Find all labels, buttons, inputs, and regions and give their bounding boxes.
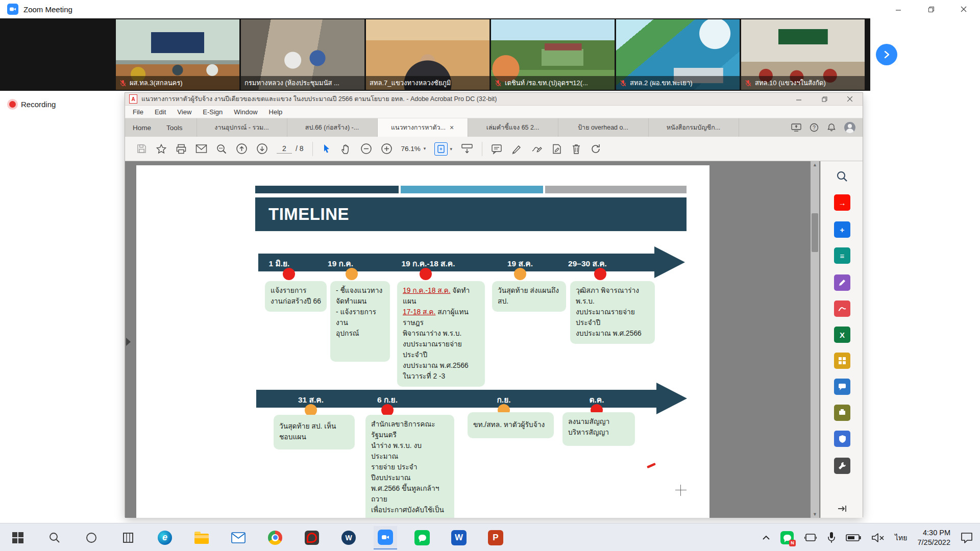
restore-icon[interactable] [915,0,947,18]
tab-home[interactable]: Home [125,118,159,137]
menu-file[interactable]: File [128,107,148,117]
zoom-out-icon[interactable] [360,143,372,155]
taskbar-search-icon[interactable] [43,526,66,549]
powerpoint-app-icon[interactable]: P [484,526,507,549]
language-indicator[interactable]: ไทย [895,532,907,543]
scroll-down-icon[interactable]: ▼ [811,512,819,517]
page-number-field[interactable]: 2 / 8 [277,144,304,154]
participant-video-tile[interactable]: สทล.7_แขวงทางหลวงชัยภูมิ [366,19,489,90]
participant-video-tile[interactable]: เตชินท์ /รอ.ขท.(ป)อุดรฯ12(... [491,19,615,90]
document-tab[interactable]: งานอุปกรณ์ - รวม...× [197,118,287,137]
expand-left-panel-icon[interactable] [126,338,131,346]
participant-video-tile[interactable]: สทล.10 (แขวงฯในสังกัด) [741,19,865,90]
task-view-icon[interactable] [116,526,140,549]
scroll-up-icon[interactable]: ▲ [811,162,819,167]
save-icon[interactable] [136,143,147,154]
menu-view[interactable]: View [173,107,196,117]
menu-help[interactable]: Help [264,107,287,117]
restore-icon[interactable] [812,93,837,105]
zoom-taskbar-icon[interactable] [374,526,397,549]
menu-e-sign[interactable]: E-Sign [198,107,227,117]
menu-window[interactable]: Window [229,107,262,117]
mail-app-icon[interactable] [227,526,250,549]
fit-one-page-icon[interactable] [434,142,448,156]
highlight-pen-icon[interactable] [511,143,522,155]
edit-pdf-icon[interactable] [834,274,850,291]
microphone-icon[interactable] [827,532,836,544]
menu-edit[interactable]: Edit [150,107,170,117]
export-pdf-icon[interactable]: → [834,194,850,211]
combine-files-icon[interactable]: ≡ [834,247,850,264]
word-app-icon[interactable]: W [447,526,471,549]
tray-expand-chevron-icon[interactable] [762,535,770,540]
pdf-page[interactable]: TIMELINE 1 มิ.ย.แจ้งรายการงานก่อสร้างปี … [136,165,709,518]
notifications-bell-icon[interactable] [827,123,836,132]
line-app-icon[interactable] [410,526,434,549]
battery-icon[interactable] [846,534,861,542]
vertical-scrollbar[interactable]: ▲ ▼ [811,161,819,518]
organize-pages-icon[interactable] [834,353,850,369]
help-icon[interactable]: ? [810,123,819,132]
volume-muted-icon[interactable] [871,533,885,543]
email-icon[interactable] [195,144,207,154]
comment-icon[interactable] [491,143,502,155]
zoom-in-icon[interactable] [381,143,393,155]
next-page-icon[interactable] [256,143,268,155]
participant-video-tile[interactable]: สทล.2 (ผอ.ขท.พะเยา) [616,19,740,90]
star-favorite-icon[interactable] [156,143,167,155]
acrobat-file-icon: A [129,94,137,104]
webex-app-icon[interactable]: W [337,526,360,549]
clock[interactable]: 4:30 PM 7/25/2022 [917,528,950,547]
minimize-icon[interactable] [882,0,915,18]
document-tab[interactable]: แนวทางการหาตัว...× [377,118,468,137]
comment-tool-icon[interactable] [834,379,850,395]
start-button[interactable] [6,526,30,549]
line-tray-icon[interactable]: N [780,531,794,544]
export-excel-icon[interactable]: X [834,327,850,343]
fill-sign-pen-icon[interactable] [531,143,543,155]
create-pdf-icon[interactable]: + [834,221,850,238]
document-tab[interactable]: เล่มคำชี้แจง 65 2...× [468,118,558,137]
close-icon[interactable] [947,0,980,18]
action-center-icon[interactable] [961,532,973,543]
previous-page-icon[interactable] [236,143,248,155]
print-icon[interactable] [176,143,187,155]
hand-tool-icon[interactable] [340,143,352,155]
current-page-input[interactable]: 2 [277,144,292,154]
more-tools-wrench-icon[interactable] [834,458,850,474]
document-tab[interactable]: สป.66 (ก่อสร้าง) -...× [287,118,377,137]
fit-page-control[interactable]: ▾ [434,142,452,156]
rotate-refresh-icon[interactable] [590,143,601,155]
participant-video-tile[interactable]: ผส.ทล.3(สกลนคร) [116,19,239,90]
minimize-icon[interactable] [786,93,812,105]
scrolling-mode-icon[interactable] [461,143,473,155]
protect-shield-icon[interactable] [834,431,850,447]
delete-trash-icon[interactable] [571,143,581,155]
close-icon[interactable] [837,93,863,105]
document-tab[interactable]: ป้าย overhead o...× [558,118,648,137]
file-explorer-icon[interactable] [190,526,213,549]
participant-video-tile[interactable]: กรมทางหลวง (ห้องประชุมมนัส ... [241,19,364,90]
cortana-icon[interactable] [80,526,103,549]
next-participants-button[interactable] [876,44,897,65]
document-tab[interactable]: หนังสือกรมบัญชีก...× [648,118,739,137]
find-tool-icon[interactable] [834,168,850,185]
chrome-browser-icon[interactable] [263,526,287,549]
share-document-icon[interactable] [791,123,801,132]
request-signatures-icon[interactable] [834,300,850,317]
participant-label: สทล.2 (ผอ.ขท.พะเยา) [616,76,740,90]
scrollbar-thumb[interactable] [812,213,818,252]
edge-browser-icon[interactable]: e [153,526,177,549]
close-tab-icon[interactable]: × [450,124,454,131]
open-tools-pane-icon[interactable] [834,500,850,517]
user-avatar[interactable] [844,122,855,133]
select-tool-icon[interactable] [322,143,332,155]
zoom-level-dropdown[interactable]: 76.1% ▾ [401,145,426,153]
scan-ocr-icon[interactable] [834,405,850,421]
timeline-event-text: งบประมาณ พ.ศ.2566 [576,329,649,339]
search-icon[interactable] [216,143,227,155]
cast-screen-icon[interactable] [804,532,817,543]
stamp-edit-icon[interactable] [551,143,562,155]
acrobat-taskbar-icon[interactable] [300,526,324,549]
tab-tools[interactable]: Tools [159,118,190,137]
